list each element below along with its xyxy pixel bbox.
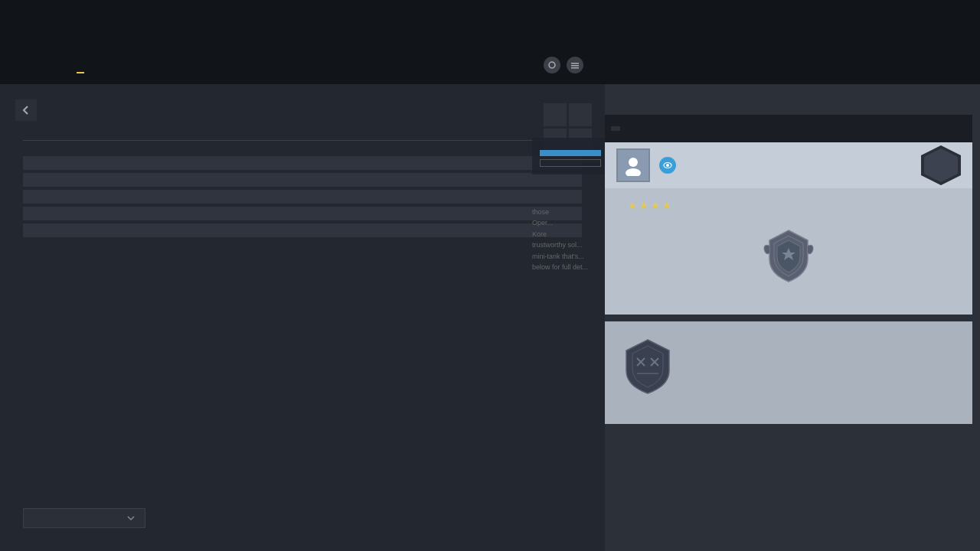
svg-point-4 bbox=[629, 158, 638, 167]
grid-sq-1 bbox=[544, 103, 567, 126]
patch-item-tweaks[interactable] bbox=[23, 223, 582, 237]
menu-icon bbox=[570, 60, 580, 70]
reputation-section: ★ ★ ★ ★ bbox=[605, 188, 972, 315]
patch-item-new-features[interactable] bbox=[23, 190, 582, 204]
see-update-button[interactable] bbox=[540, 159, 601, 167]
star-4: ★ bbox=[662, 200, 671, 211]
icon-btn-2[interactable] bbox=[567, 57, 583, 73]
nav-watch[interactable] bbox=[138, 57, 145, 73]
ubisoft-button[interactable] bbox=[540, 150, 601, 156]
level-badge-area bbox=[921, 145, 961, 185]
close-bar bbox=[605, 115, 972, 142]
svg-point-7 bbox=[666, 164, 669, 167]
main-nav bbox=[0, 46, 605, 84]
ranked-section bbox=[605, 321, 972, 424]
player-avatar-area bbox=[616, 148, 685, 182]
patch-item-new-operator[interactable] bbox=[23, 173, 582, 187]
nav-shop[interactable] bbox=[199, 57, 207, 73]
svg-rect-1 bbox=[571, 63, 579, 64]
grid-sq-2 bbox=[569, 103, 592, 126]
back-arrow-icon bbox=[21, 105, 31, 116]
avatar bbox=[616, 148, 650, 182]
eye-icon bbox=[663, 161, 672, 170]
nav-operators[interactable] bbox=[107, 57, 115, 73]
level-hex-outer bbox=[921, 145, 961, 185]
found-issues-input[interactable] bbox=[23, 508, 145, 528]
sub-tabs bbox=[23, 132, 582, 141]
reputation-stars: ★ ★ ★ ★ bbox=[628, 200, 671, 211]
level-number bbox=[924, 148, 958, 182]
patch-item-operator-balancing[interactable] bbox=[23, 207, 582, 220]
settings-icon bbox=[547, 60, 557, 70]
esc-label bbox=[611, 126, 620, 131]
dropdown-arrow-icon bbox=[126, 514, 136, 523]
reputation-badge bbox=[620, 215, 957, 299]
back-button[interactable] bbox=[15, 99, 37, 121]
player-header bbox=[605, 142, 972, 188]
rank-shield-icon bbox=[620, 337, 675, 396]
nav-battlepass[interactable] bbox=[168, 57, 176, 73]
top-icons-area bbox=[544, 50, 605, 80]
avatar-person-icon bbox=[622, 155, 644, 176]
icon-btn-1[interactable] bbox=[544, 57, 560, 73]
invite-box bbox=[532, 138, 609, 174]
svg-point-0 bbox=[549, 62, 555, 68]
reputation-header: ★ ★ ★ ★ bbox=[620, 200, 957, 211]
main-content bbox=[0, 84, 605, 551]
svg-rect-2 bbox=[571, 65, 579, 67]
patch-item-intro[interactable] bbox=[23, 156, 582, 170]
found-issues-area bbox=[23, 504, 145, 528]
patch-list bbox=[23, 156, 582, 237]
svg-rect-3 bbox=[571, 67, 579, 69]
nav-home[interactable] bbox=[77, 57, 84, 73]
partial-game-text: those Oper... Kore trustworthy sol... mi… bbox=[532, 207, 601, 272]
star-1: ★ bbox=[628, 200, 637, 211]
svg-point-5 bbox=[626, 168, 641, 176]
online-status-icon bbox=[659, 157, 676, 174]
star-2: ★ bbox=[639, 200, 648, 211]
reputation-shield-icon bbox=[762, 227, 815, 284]
ranked-icon-area bbox=[620, 337, 675, 409]
star-3: ★ bbox=[651, 200, 660, 211]
